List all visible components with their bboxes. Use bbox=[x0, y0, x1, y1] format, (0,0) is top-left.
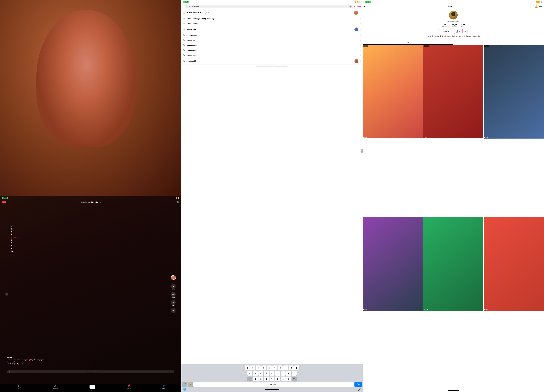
key-space[interactable]: dấu cách bbox=[193, 382, 354, 387]
suggestion-item[interactable]: 🕐 iamnhanneee · Đang Follow ✕ bbox=[181, 9, 363, 16]
video-thumb-1[interactable]: Đã ghim ▶3,6M bbox=[363, 45, 423, 138]
back-btn-p3[interactable]: ‹ bbox=[364, 5, 365, 8]
mic-icon[interactable]: 🎤 bbox=[358, 388, 361, 391]
key-x[interactable]: x bbox=[259, 377, 263, 381]
video-thumb-6[interactable]: ▶9291 bbox=[484, 217, 544, 311]
key-r[interactable]: r bbox=[261, 365, 266, 370]
nav-record[interactable]: ＋ Quay bbox=[89, 385, 95, 391]
suggestion-item[interactable]: 🔍 nhanneee03 ↗ bbox=[181, 58, 363, 65]
following-button[interactable]: 👤✓ bbox=[454, 29, 463, 34]
globe-icon[interactable]: 🌐 bbox=[183, 388, 186, 391]
nav-inbox[interactable]: ✉ 1 Hộp thư bbox=[127, 385, 130, 391]
music-info: ♪ E - TWICE) My Top Girl G bbox=[7, 363, 154, 364]
chevron-left-p1[interactable]: ‹ bbox=[5, 292, 8, 296]
key-w[interactable]: w bbox=[250, 365, 255, 370]
key-a[interactable]: a bbox=[247, 371, 252, 376]
key-c[interactable]: c bbox=[264, 377, 269, 381]
notification-icon[interactable]: 🔔 bbox=[535, 5, 538, 8]
suggestion-item[interactable]: 🔍 amnhanneee ↗ bbox=[181, 33, 363, 38]
key-u[interactable]: u bbox=[278, 365, 283, 370]
suggestion-item[interactable]: 🔍 iamnhanneeee ↗ bbox=[181, 21, 363, 26]
key-j[interactable]: j bbox=[281, 371, 285, 376]
key-d[interactable]: d bbox=[259, 371, 263, 376]
search-magnifier-icon: 🔍 bbox=[186, 6, 188, 7]
suggestion-item[interactable]: 🔍 vannhanneee ↗ bbox=[181, 43, 363, 48]
suggestion-text: iamnhannenene bbox=[187, 54, 359, 56]
suggestion-item[interactable]: 🔍 iamnhannenene ↗ bbox=[181, 53, 363, 58]
playlist-bar[interactable]: 🎵 Danh sách phát · KPOP › bbox=[7, 370, 174, 373]
tab-videos[interactable]: ⊞ bbox=[363, 40, 453, 45]
search-box[interactable]: 🔍 iamnhanneee ✕ bbox=[184, 5, 353, 8]
search-icon-p1[interactable]: 🔍 bbox=[176, 201, 179, 204]
tab-liked[interactable]: ♡ bbox=[453, 40, 544, 45]
more-button[interactable]: ▾ bbox=[464, 29, 468, 33]
key-search[interactable]: Tìm bbox=[355, 382, 362, 387]
search-icon: 🔍 bbox=[183, 60, 185, 62]
key-t[interactable]: t bbox=[267, 365, 272, 370]
key-p[interactable]: p bbox=[294, 365, 299, 370]
share-button[interactable]: ↗ 143 bbox=[171, 300, 176, 307]
search-submit-btn[interactable]: Tìm kiếm bbox=[354, 6, 361, 7]
suggestion-item[interactable]: 🔍 iamnhanneee ngôi trường xác sống ↗ bbox=[181, 16, 363, 21]
key-numbers[interactable]: 123 bbox=[182, 382, 187, 387]
key-z[interactable]: z bbox=[253, 377, 258, 381]
suggestion-avatar bbox=[355, 59, 358, 63]
rank-5: 5- TWICE bbox=[11, 237, 18, 238]
key-v[interactable]: v bbox=[270, 377, 274, 381]
nav-home[interactable]: ⌂ Trang chủ bbox=[16, 385, 21, 391]
more-button[interactable]: ••• bbox=[171, 308, 176, 313]
key-q[interactable]: q bbox=[245, 365, 250, 370]
search-icon: 🔍 bbox=[183, 34, 185, 36]
suggestion-item[interactable]: 🔍 iamnhanne ↗ bbox=[181, 38, 363, 43]
translate-btn[interactable]: Xem bản dịch bbox=[7, 361, 154, 362]
nav-profile[interactable]: 👤 Hồ sơ bbox=[162, 385, 165, 391]
view-count: ▶1,2M bbox=[363, 309, 367, 310]
more-options-icon[interactable]: ••• bbox=[539, 5, 542, 8]
key-i[interactable]: i bbox=[283, 365, 288, 370]
keyboard-row-3: ⇧ z x c v b n m ⌫ bbox=[182, 377, 362, 381]
nav-following-label[interactable]: Đang Follow bbox=[81, 201, 90, 203]
creator-avatar[interactable] bbox=[171, 275, 176, 280]
message-button[interactable]: Tin nhắn bbox=[439, 29, 453, 33]
comment-button[interactable]: 💬 1171 bbox=[171, 292, 176, 298]
key-o[interactable]: o bbox=[289, 365, 294, 370]
suggestion-item[interactable]: 🔍 iamnhannee ↗ bbox=[181, 26, 363, 33]
suggestion-item[interactable]: 🔍 jamnhanneee ↗ bbox=[181, 48, 363, 53]
key-delete[interactable]: ⌫ bbox=[292, 377, 297, 381]
rank-8: 8- bbox=[11, 245, 18, 247]
key-g[interactable]: g bbox=[270, 371, 274, 376]
like-button[interactable]: ♥ 93,6K bbox=[171, 284, 176, 291]
key-shift[interactable]: ⇧ bbox=[247, 377, 252, 381]
video-thumb-2[interactable]: Đã ghim ▶2,5M bbox=[423, 45, 483, 138]
key-b[interactable]: b bbox=[275, 377, 280, 381]
key-n[interactable]: n bbox=[281, 377, 285, 381]
key-h[interactable]: h bbox=[275, 371, 280, 376]
chevron-p2[interactable]: ‹ bbox=[361, 149, 363, 153]
key-m[interactable]: m bbox=[286, 377, 291, 381]
video-thumb-3[interactable]: Đã ghim ▶1,7M bbox=[484, 45, 544, 138]
suggestions-list: 🕐 iamnhanneee · Đang Follow ✕ 🔍 iamnhann… bbox=[181, 9, 363, 364]
search-clear-btn[interactable]: ✕ bbox=[349, 5, 352, 8]
key-s[interactable]: s bbox=[253, 371, 258, 376]
nav-discover[interactable]: ◎ Khám phá bbox=[53, 385, 58, 391]
search-icon: 🔍 bbox=[183, 44, 185, 46]
creator-username[interactable]: @RAY bbox=[7, 357, 154, 359]
key-l[interactable]: l bbox=[292, 371, 297, 376]
video-thumb-4[interactable]: ▶1,2M bbox=[363, 217, 423, 311]
key-f[interactable]: f bbox=[264, 371, 269, 376]
key-k[interactable]: k bbox=[286, 371, 291, 376]
back-btn-p2[interactable]: ‹ bbox=[183, 5, 183, 8]
key-e[interactable]: e bbox=[256, 365, 261, 370]
arrow-icon: ↗ bbox=[359, 34, 361, 36]
key-y[interactable]: y bbox=[272, 365, 277, 370]
video-info: @RAY Já q vcs pediram, trouxe girl group… bbox=[7, 357, 154, 364]
key-emoji[interactable]: 🙂 bbox=[188, 382, 193, 387]
rank-10: 10- bbox=[11, 250, 18, 252]
search-input[interactable]: iamnhanneee bbox=[189, 6, 349, 7]
video-thumb-5[interactable]: ▶12,1K bbox=[423, 217, 483, 311]
keyboard-bottom-bar: 🌐 🎤 bbox=[182, 387, 362, 392]
nav-for-you-label[interactable]: Dành cho bạn bbox=[91, 201, 101, 203]
profile-bio: Cảm ơn đã ghé thăm 🖤❤️ Không spam like K… bbox=[424, 35, 483, 37]
search-icon: 🔍 bbox=[183, 54, 185, 56]
close-icon[interactable]: ✕ bbox=[359, 12, 361, 14]
